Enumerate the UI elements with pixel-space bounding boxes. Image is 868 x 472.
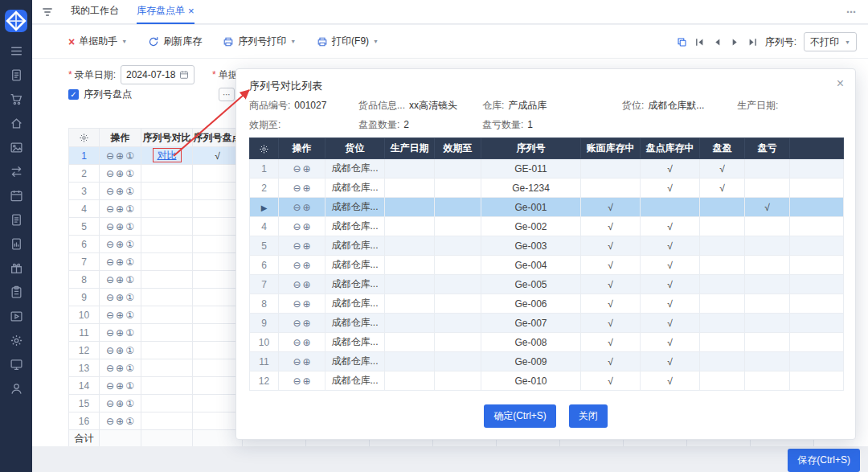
row-actions[interactable]: ⊖⊕① <box>100 395 141 412</box>
app-logo[interactable] <box>5 10 27 32</box>
reports-icon[interactable] <box>10 237 23 251</box>
row-actions[interactable]: ⊖⊕ <box>279 314 326 333</box>
row-actions[interactable]: ⊖⊕① <box>100 306 141 324</box>
row-actions[interactable]: ⊖⊕ <box>279 352 326 371</box>
row-info-icon[interactable]: ① <box>125 257 134 268</box>
row-actions[interactable]: ⊖⊕① <box>100 359 141 377</box>
row-actions[interactable]: ⊖⊕① <box>100 377 141 395</box>
entry-date-input[interactable]: 2024-07-18 <box>121 65 194 84</box>
add-row-icon[interactable]: ⊕ <box>116 274 124 285</box>
copy-doc-icon[interactable] <box>677 37 687 47</box>
clipboard-icon[interactable] <box>10 285 23 299</box>
transfer-icon[interactable] <box>10 165 23 179</box>
remove-row-icon[interactable]: ⊖ <box>106 380 114 392</box>
serial-row[interactable]: ▶⊖⊕成都仓库...Ge-001√√ <box>250 198 844 217</box>
tab-inventory-count[interactable]: 库存盘点单× <box>137 0 194 24</box>
serial-row[interactable]: 8⊖⊕成都仓库...Ge-006√√ <box>250 294 844 314</box>
row-actions[interactable]: ⊖⊕① <box>100 253 141 271</box>
row-actions[interactable]: ⊖⊕ <box>279 256 326 275</box>
row-info-icon[interactable]: ① <box>125 292 134 303</box>
tab-close-icon[interactable]: × <box>188 6 194 16</box>
serial-row[interactable]: 1⊖⊕成都仓库...GE-011√√ <box>250 159 844 179</box>
row-info-icon[interactable]: ① <box>125 416 134 427</box>
add-row-icon[interactable]: ⊕ <box>116 221 124 232</box>
settings-gear-icon[interactable] <box>69 129 100 147</box>
remove-row-icon[interactable]: ⊖ <box>293 163 301 174</box>
add-row-icon[interactable]: ⊕ <box>303 356 311 367</box>
ellipsis-button[interactable]: ⋯ <box>219 88 235 101</box>
remove-row-icon[interactable]: ⊖ <box>106 363 114 374</box>
add-row-icon[interactable]: ⊕ <box>116 398 124 409</box>
add-row-icon[interactable]: ⊕ <box>303 183 311 194</box>
last-record-icon[interactable] <box>747 37 758 47</box>
row-actions[interactable]: ⊖⊕① <box>100 236 141 253</box>
row-actions[interactable]: ⊖⊕ <box>279 179 326 198</box>
remove-row-icon[interactable]: ⊖ <box>293 298 301 310</box>
serial-print-select[interactable]: 不打印 ▼ <box>804 32 857 51</box>
row-info-icon[interactable]: ① <box>125 380 134 392</box>
confirm-button[interactable]: 确定(Ctrl+S) <box>484 404 556 428</box>
remove-row-icon[interactable]: ⊖ <box>106 398 114 409</box>
remove-row-icon[interactable]: ⊖ <box>106 239 114 250</box>
add-row-icon[interactable]: ⊕ <box>303 279 311 290</box>
remove-row-icon[interactable]: ⊖ <box>106 292 114 303</box>
remove-row-icon[interactable]: ⊖ <box>106 274 114 285</box>
row-actions[interactable]: ⊖⊕① <box>100 412 141 430</box>
add-row-icon[interactable]: ⊕ <box>116 345 124 356</box>
remove-row-icon[interactable]: ⊖ <box>106 257 114 268</box>
print-button[interactable]: 打印(F9) ▼ <box>317 35 379 48</box>
remove-row-icon[interactable]: ⊖ <box>106 327 114 339</box>
add-row-icon[interactable]: ⊕ <box>303 318 311 329</box>
row-info-icon[interactable]: ① <box>125 168 134 179</box>
add-row-icon[interactable]: ⊕ <box>116 186 124 197</box>
add-row-icon[interactable]: ⊕ <box>303 240 311 252</box>
add-row-icon[interactable]: ⊕ <box>116 168 124 179</box>
add-row-icon[interactable]: ⊕ <box>116 327 124 339</box>
add-row-icon[interactable]: ⊕ <box>116 150 124 162</box>
remove-row-icon[interactable]: ⊖ <box>293 202 301 213</box>
row-actions[interactable]: ⊖⊕ <box>279 159 326 179</box>
settings-icon[interactable] <box>10 334 23 347</box>
serial-print-button[interactable]: 序列号打印 ▼ <box>223 35 296 48</box>
doc-assistant-button[interactable]: × 单据助手 ▼ <box>68 35 127 48</box>
serial-row[interactable]: 10⊖⊕成都仓库...Ge-008√√ <box>250 333 844 352</box>
dialog-close-icon[interactable]: × <box>837 77 844 90</box>
row-actions[interactable]: ⊖⊕ <box>279 217 326 236</box>
serial-row[interactable]: 11⊖⊕成都仓库...Ge-009√√ <box>250 352 844 371</box>
refresh-stock-button[interactable]: 刷新库存 <box>148 35 202 48</box>
close-button[interactable]: 关闭 <box>569 404 608 428</box>
save-button[interactable]: 保存(Ctrl+S) <box>788 449 860 472</box>
row-actions[interactable]: ⊖⊕ <box>279 333 326 352</box>
account-icon[interactable] <box>10 382 23 396</box>
remove-row-icon[interactable]: ⊖ <box>293 221 301 232</box>
row-actions[interactable]: ⊖⊕① <box>100 342 141 359</box>
remove-row-icon[interactable]: ⊖ <box>293 337 301 348</box>
row-actions[interactable]: ⊖⊕ <box>279 294 326 314</box>
terminal-icon[interactable] <box>10 358 23 371</box>
serial-row[interactable]: 12⊖⊕成都仓库...Ge-010√√ <box>250 371 844 391</box>
add-row-icon[interactable]: ⊕ <box>116 363 124 374</box>
row-actions[interactable]: ⊖⊕ <box>279 275 326 294</box>
collapse-menu-icon[interactable] <box>42 6 53 18</box>
calendar-icon[interactable] <box>179 70 189 80</box>
add-row-icon[interactable]: ⊕ <box>303 163 311 174</box>
serial-row[interactable]: 4⊖⊕成都仓库...Ge-002√√ <box>250 217 844 236</box>
add-row-icon[interactable]: ⊕ <box>116 292 124 303</box>
add-row-icon[interactable]: ⊕ <box>116 310 124 321</box>
media-icon[interactable] <box>10 310 23 323</box>
remove-row-icon[interactable]: ⊖ <box>293 279 301 290</box>
remove-row-icon[interactable]: ⊖ <box>106 416 114 427</box>
warehouse-icon[interactable] <box>10 117 23 130</box>
first-record-icon[interactable] <box>694 37 705 47</box>
add-row-icon[interactable]: ⊕ <box>303 260 311 271</box>
row-info-icon[interactable]: ① <box>125 150 134 162</box>
remove-row-icon[interactable]: ⊖ <box>106 310 114 321</box>
compare-link[interactable]: 对比 <box>153 148 182 162</box>
remove-row-icon[interactable]: ⊖ <box>293 260 301 271</box>
add-row-icon[interactable]: ⊕ <box>116 380 124 392</box>
row-info-icon[interactable]: ① <box>125 363 134 374</box>
documents-icon[interactable] <box>10 213 23 227</box>
row-actions[interactable]: ⊖⊕ <box>279 371 326 391</box>
next-record-icon[interactable] <box>730 37 740 47</box>
promotions-gift-icon[interactable] <box>10 261 23 275</box>
